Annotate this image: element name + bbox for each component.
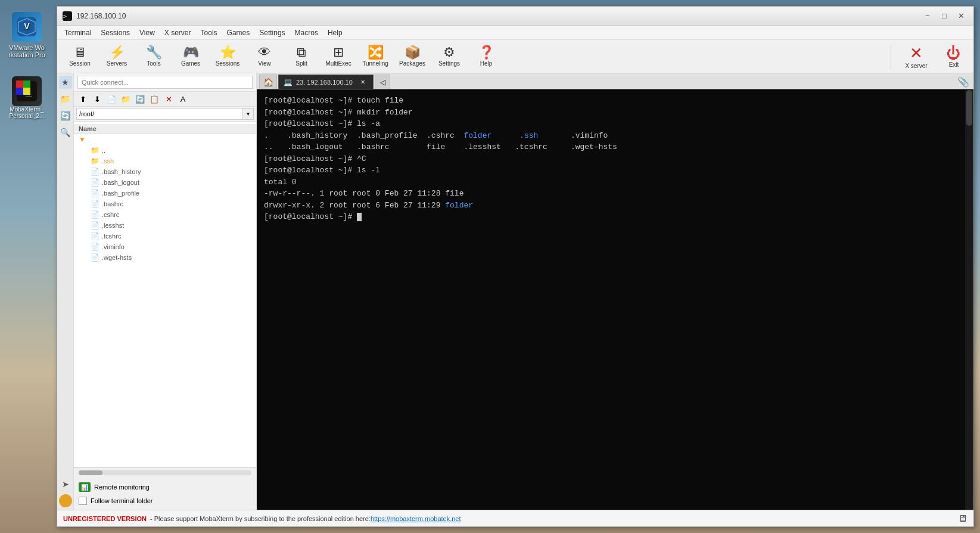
- path-input[interactable]: [76, 108, 243, 120]
- file-icon-viminfo: 📄: [91, 243, 99, 251]
- file-tree: Name ▼ . 📁 .. 📁: [74, 122, 256, 467]
- mobaxterm-icon[interactable]: >_ MobaXterm_Personal_2...: [10, 76, 45, 119]
- file-tb-download[interactable]: ⬇: [91, 93, 104, 105]
- terminal[interactable]: [root@localhost ~]# touch file [root@loc…: [257, 90, 973, 510]
- tree-item-ssh[interactable]: 📁 .ssh: [74, 156, 256, 166]
- file-tb-upload[interactable]: ⬆: [76, 93, 89, 105]
- tree-item-bash-logout[interactable]: 📄 .bash_logout: [74, 177, 256, 188]
- toolbar-help[interactable]: ❓ Help: [468, 42, 504, 72]
- toolbar-tunneling[interactable]: 🔀 Tunneling: [357, 42, 393, 72]
- vmware-icon[interactable]: V VMware Workstation Pro: [3, 12, 51, 58]
- menu-view[interactable]: View: [135, 27, 160, 38]
- tab-close-btn[interactable]: ✕: [359, 78, 367, 86]
- menu-settings[interactable]: Settings: [254, 27, 290, 38]
- tree-item-viminfo[interactable]: 📄 .viminfo: [74, 241, 256, 252]
- tree-item-lesshst[interactable]: 📄 .lesshst: [74, 220, 256, 231]
- toolbar-split[interactable]: ⧉ Split: [284, 42, 319, 72]
- toolbar-tools[interactable]: 🔧 Tools: [136, 42, 172, 72]
- sidebar-refresh-icon[interactable]: 🔄: [59, 109, 72, 122]
- menu-xserver[interactable]: X server: [160, 27, 196, 38]
- terminal-line-2: [root@localhost ~]# mkdir folder: [264, 107, 966, 119]
- toolbar-games[interactable]: 🎮 Games: [173, 42, 209, 72]
- file-icon-bash-history: 📄: [91, 168, 99, 176]
- games-icon: 🎮: [183, 46, 199, 59]
- file-tb-copy[interactable]: 📋: [148, 93, 161, 105]
- toolbar-view[interactable]: 👁 View: [247, 42, 282, 72]
- toolbar-tools-label: Tools: [147, 60, 160, 67]
- toolbar-view-label: View: [258, 60, 271, 67]
- tab-attachment-icon[interactable]: 📎: [956, 75, 971, 89]
- help-icon: ❓: [478, 46, 494, 59]
- terminal-line-11: [root@localhost ~]#: [264, 211, 966, 223]
- tree-item-bash-history[interactable]: 📄 .bash_history: [74, 166, 256, 177]
- quick-connect-input[interactable]: [77, 76, 253, 89]
- file-tb-newfolder[interactable]: 📁: [119, 93, 132, 105]
- tree-item-cshrc[interactable]: 📄 .cshrc: [74, 209, 256, 220]
- close-button[interactable]: ✕: [953, 10, 969, 23]
- remote-monitoring-label: Remote monitoring: [94, 484, 150, 491]
- toolbar-settings[interactable]: ⚙ Settings: [431, 42, 467, 72]
- toolbar-session-label: Session: [69, 60, 91, 67]
- svg-rect-7: [16, 88, 23, 95]
- multiexec-icon: ⊞: [333, 46, 344, 59]
- tunneling-icon: 🔀: [368, 46, 384, 59]
- tree-label-wget-hsts: .wget-hsts: [102, 254, 132, 261]
- status-link[interactable]: https://mobaxterm.mobatek.net: [371, 515, 461, 522]
- status-unregistered: UNREGISTERED VERSION: [63, 515, 147, 522]
- left-icon-strip: ★ 📁 🔄 🔍 ➤: [57, 73, 74, 510]
- scrollbar-thumb: [79, 470, 102, 475]
- terminal-line-10: drwxr-xr-x. 2 root root 6 Feb 27 11:29 f…: [264, 200, 966, 212]
- window-title: 192.168.100.10: [76, 12, 920, 20]
- terminal-line-1: [root@localhost ~]# touch file: [264, 95, 966, 107]
- svg-rect-6: [23, 80, 30, 88]
- menu-tools[interactable]: Tools: [196, 27, 222, 38]
- desktop-icon-area: V VMware Workstation Pro >_ MobaXterm_Pe…: [0, 12, 54, 119]
- minimize-button[interactable]: −: [920, 10, 935, 23]
- tree-item-parent[interactable]: 📁 ..: [74, 145, 256, 156]
- file-tb-delete[interactable]: ✕: [162, 93, 175, 105]
- menu-sessions[interactable]: Sessions: [96, 27, 135, 38]
- packages-icon: 📦: [405, 46, 421, 59]
- sidebar-folder-icon[interactable]: 📁: [59, 92, 72, 106]
- tab-nav-btn[interactable]: ◁: [375, 75, 390, 89]
- file-tb-refresh[interactable]: 🔄: [133, 93, 147, 105]
- menu-macros[interactable]: Macros: [290, 27, 323, 38]
- sidebar-search-icon[interactable]: 🔍: [59, 126, 72, 139]
- terminal-line-7: [root@localhost ~]# ls -l: [264, 165, 966, 176]
- sidebar-star-icon[interactable]: ★: [59, 76, 72, 89]
- sidebar-dot-icon[interactable]: [59, 494, 72, 507]
- file-tb-newfile[interactable]: 📄: [105, 93, 118, 105]
- view-icon: 👁: [258, 46, 271, 59]
- menu-games[interactable]: Games: [222, 27, 255, 38]
- file-icon-bash-profile: 📄: [91, 189, 99, 197]
- toolbar-multiexec[interactable]: ⊞ MultiExec: [321, 42, 356, 72]
- sidebar-bottom: 📊 Remote monitoring Follow terminal fold…: [74, 467, 256, 510]
- remote-monitoring-btn[interactable]: 📊 Remote monitoring: [79, 480, 251, 494]
- tree-item-bash-profile[interactable]: 📄 .bash_profile: [74, 188, 256, 199]
- maximize-button[interactable]: □: [937, 10, 952, 23]
- terminal-scrollbar[interactable]: [965, 90, 973, 510]
- tree-item-root[interactable]: ▼ .: [74, 134, 256, 145]
- tree-item-tcshrc[interactable]: 📄 .tcshrc: [74, 231, 256, 241]
- menu-help[interactable]: Help: [323, 27, 347, 38]
- toolbar-packages[interactable]: 📦 Packages: [394, 42, 430, 72]
- tree-item-wget-hsts[interactable]: 📄 .wget-hsts: [74, 252, 256, 263]
- toolbar-sessions[interactable]: ⭐ Sessions: [210, 42, 245, 72]
- follow-terminal-checkbox[interactable]: [79, 497, 87, 505]
- file-tb-rename[interactable]: A: [176, 93, 189, 105]
- toolbar-exit[interactable]: ⏻ Exit: [939, 45, 969, 68]
- sidebar-main: ⬆ ⬇ 📄 📁 🔄 📋 ✕ A ▼: [74, 73, 256, 510]
- menu-terminal[interactable]: Terminal: [60, 27, 96, 38]
- path-dropdown[interactable]: ▼: [243, 108, 254, 120]
- follow-terminal-label: Follow terminal folder: [91, 497, 153, 504]
- sidebar-arrow-icon[interactable]: ➤: [59, 478, 72, 491]
- file-icon-lesshst: 📄: [91, 221, 99, 230]
- tree-item-bashrc[interactable]: 📄 .bashrc: [74, 199, 256, 209]
- tree-label-bash-history: .bash_history: [102, 168, 141, 175]
- tab-home[interactable]: 🏠: [259, 75, 277, 89]
- toolbar-session[interactable]: 🖥 Session: [62, 42, 98, 72]
- sessions-icon: ⭐: [220, 46, 236, 59]
- toolbar-xserver[interactable]: ✕ X server: [898, 44, 934, 69]
- toolbar-servers[interactable]: ⚡ Servers: [99, 42, 135, 72]
- active-tab[interactable]: 💻 23. 192.168.100.10 ✕: [278, 75, 374, 89]
